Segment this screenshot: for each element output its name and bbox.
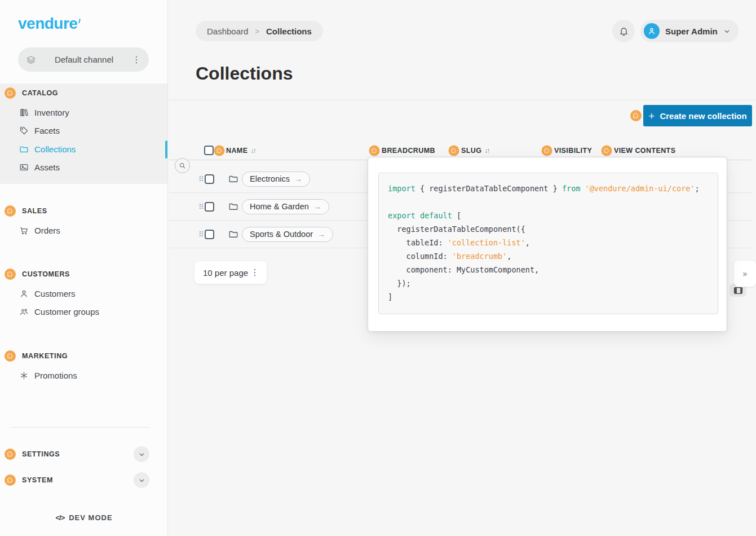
sidebar-item-label: Promotions bbox=[34, 371, 77, 380]
collection-link[interactable]: Electronics→ bbox=[242, 172, 310, 187]
logo-text: vendure bbox=[18, 15, 77, 32]
folder-icon bbox=[228, 193, 238, 220]
section-heading-customers: CUSTOMERS bbox=[0, 267, 168, 282]
sidebar-item-promotions[interactable]: Promotions bbox=[0, 366, 163, 384]
extension-badge-icon[interactable] bbox=[5, 205, 16, 217]
arrow-right-icon: → bbox=[313, 202, 321, 211]
user-menu[interactable]: Super Admin bbox=[640, 20, 739, 42]
channel-menu-kebab-icon[interactable]: ⋮ bbox=[132, 55, 141, 64]
extension-badge-icon[interactable] bbox=[369, 146, 380, 156]
promotion-icon bbox=[19, 371, 29, 380]
code-snippet: import { registerDataTableComponent } fr… bbox=[378, 173, 718, 314]
columns-icon bbox=[733, 287, 743, 295]
row-checkbox[interactable] bbox=[205, 174, 214, 184]
column-label: BREADCRUMB bbox=[382, 147, 435, 155]
breadcrumb-dashboard-link[interactable]: Dashboard bbox=[207, 27, 248, 36]
row-checkbox[interactable] bbox=[205, 202, 214, 212]
plus-icon: + bbox=[648, 111, 655, 121]
notifications-button[interactable] bbox=[612, 20, 635, 42]
select-all-checkbox[interactable] bbox=[204, 146, 214, 155]
channel-label: Default channel bbox=[36, 55, 132, 64]
sidebar-item-collections[interactable]: Collections bbox=[0, 140, 163, 158]
channel-selector[interactable]: Default channel ⋮ bbox=[18, 47, 149, 72]
sidebar-item-label: Customers bbox=[34, 289, 76, 298]
extension-badge-icon[interactable] bbox=[214, 146, 225, 156]
extension-badge-icon[interactable] bbox=[602, 146, 612, 156]
sort-icon[interactable]: ↓↑ bbox=[250, 147, 255, 155]
collection-link[interactable]: Sports & Outdoor→ bbox=[242, 227, 333, 242]
user-name: Super Admin bbox=[665, 27, 718, 36]
drag-handle[interactable]: ⠿ bbox=[198, 193, 204, 220]
drag-handle[interactable]: ⠿ bbox=[198, 221, 204, 248]
folder-icon bbox=[228, 165, 238, 192]
sidebar-item-facets[interactable]: Facets bbox=[0, 121, 163, 139]
extension-badge-icon[interactable] bbox=[5, 87, 16, 99]
chevron-down-icon bbox=[723, 28, 731, 35]
extension-badge-icon[interactable] bbox=[5, 475, 16, 486]
image-icon bbox=[19, 162, 29, 172]
sort-icon[interactable]: ↓↑ bbox=[484, 147, 489, 155]
sidebar-item-label: Collections bbox=[34, 144, 76, 154]
logo-tick-icon bbox=[78, 18, 81, 23]
layers-icon bbox=[26, 55, 36, 65]
section-label: CUSTOMERS bbox=[22, 270, 70, 278]
user-icon bbox=[19, 289, 29, 298]
column-header-name[interactable]: NAME ↓↑ bbox=[226, 147, 255, 155]
collection-name: Sports & Outdoor bbox=[250, 230, 313, 239]
dev-mode-label: DEV MODE bbox=[69, 513, 112, 522]
sidebar-item-customer-groups[interactable]: Customer groups bbox=[0, 302, 163, 320]
per-page-label: 10 per page bbox=[203, 268, 248, 278]
tag-icon bbox=[19, 126, 29, 135]
folder-icon bbox=[19, 144, 29, 154]
next-page-button[interactable]: » bbox=[734, 261, 756, 287]
sidebar-item-label: Customer groups bbox=[34, 307, 99, 317]
extension-badge-icon[interactable] bbox=[5, 269, 16, 280]
column-label: SLUG bbox=[461, 147, 481, 155]
extension-badge-icon[interactable] bbox=[449, 146, 459, 156]
column-header-view-contents: VIEW CONTENTS bbox=[614, 147, 675, 155]
page-title: Collections bbox=[196, 63, 293, 84]
sidebar-item-customers[interactable]: Customers bbox=[0, 284, 163, 302]
search-toggle[interactable] bbox=[175, 158, 190, 173]
sidebar-item-label: Facets bbox=[34, 126, 60, 135]
system-expand-button[interactable] bbox=[134, 472, 149, 488]
collection-name: Electronics bbox=[250, 174, 290, 183]
section-heading-catalog: CATALOG bbox=[0, 86, 168, 100]
row-checkbox[interactable] bbox=[205, 230, 214, 239]
sidebar-item-label: Assets bbox=[34, 162, 60, 172]
section-label: CATALOG bbox=[22, 89, 58, 97]
settings-expand-button[interactable] bbox=[134, 446, 149, 462]
vendure-logo[interactable]: vendure bbox=[18, 15, 80, 33]
collection-link[interactable]: Home & Garden→ bbox=[242, 199, 329, 214]
column-header-breadcrumb: BREADCRUMB bbox=[382, 147, 435, 155]
column-header-slug[interactable]: SLUG ↓↑ bbox=[461, 147, 489, 155]
arrow-right-icon: → bbox=[294, 174, 302, 183]
dev-mode-code-popover: import { registerDataTableComponent } fr… bbox=[368, 157, 727, 332]
sidebar-item-assets[interactable]: Assets bbox=[0, 158, 163, 176]
dev-mode-toggle[interactable]: </> DEV MODE bbox=[0, 513, 168, 522]
extension-badge-icon[interactable] bbox=[630, 110, 642, 121]
search-icon bbox=[179, 162, 186, 169]
checkbox[interactable] bbox=[204, 146, 214, 155]
extension-badge-icon[interactable] bbox=[5, 449, 16, 460]
items-per-page-select[interactable]: 10 per page ⋮ bbox=[194, 261, 267, 284]
create-button-label: Create new collection bbox=[660, 111, 746, 121]
section-heading-sales: SALES bbox=[0, 204, 168, 218]
column-label: NAME bbox=[226, 147, 247, 155]
column-label: VIEW CONTENTS bbox=[614, 147, 675, 155]
folder-icon bbox=[228, 221, 238, 248]
sidebar-item-orders[interactable]: Orders bbox=[0, 221, 163, 239]
create-new-collection-button[interactable]: + Create new collection bbox=[643, 105, 752, 126]
sidebar-item-inventory[interactable]: Inventory bbox=[0, 103, 163, 121]
drag-handle[interactable]: ⠿ bbox=[198, 165, 204, 192]
breadcrumb-current[interactable]: Collections bbox=[266, 27, 312, 36]
extension-badge-icon[interactable] bbox=[542, 146, 552, 156]
per-page-kebab-icon[interactable]: ⋮ bbox=[250, 268, 259, 277]
section-label: SALES bbox=[22, 207, 47, 215]
sidebar-item-label: Orders bbox=[34, 226, 60, 235]
extension-badge-icon[interactable] bbox=[5, 350, 16, 362]
header-divider bbox=[168, 100, 756, 100]
chevron-down-icon bbox=[138, 477, 145, 484]
sidebar-item-label: Inventory bbox=[34, 108, 69, 117]
collection-name: Home & Garden bbox=[250, 202, 309, 211]
